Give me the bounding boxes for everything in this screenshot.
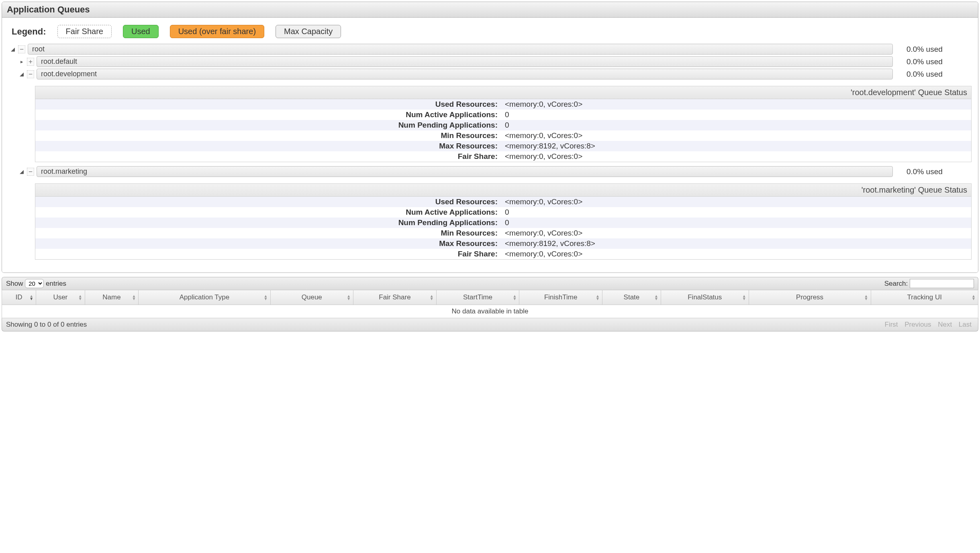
tree-row-root-default: ▸ + root.default 0.0% used xyxy=(19,56,972,67)
status-row: Num Pending Applications:0 xyxy=(35,218,971,228)
drag-handle-icon[interactable]: + xyxy=(27,58,34,66)
col-application-type[interactable]: Application Type▲▼ xyxy=(139,290,270,305)
search-control: Search: xyxy=(884,279,974,288)
col-state[interactable]: State▲▼ xyxy=(602,290,661,305)
datatable-toolbar: Show 20 entries Search: xyxy=(2,277,978,290)
status-key: Num Pending Applications: xyxy=(35,218,503,228)
pager-next[interactable]: Next xyxy=(935,321,954,328)
col-tracking-ui[interactable]: Tracking UI▲▼ xyxy=(871,290,978,305)
pager-previous[interactable]: Previous xyxy=(902,321,933,328)
panel-title: Application Queues xyxy=(2,2,978,18)
status-value: <memory:0, vCores:0> xyxy=(503,151,971,162)
col-queue[interactable]: Queue▲▼ xyxy=(270,290,353,305)
tree-row-root-development: ◢ − root.development 0.0% used xyxy=(19,69,972,79)
collapse-toggle-icon[interactable]: ◢ xyxy=(19,71,24,77)
tree-row-root: ◢ − root 0.0% used xyxy=(10,44,972,55)
table-row: No data available in table xyxy=(2,305,978,318)
sort-icon: ▲▼ xyxy=(264,295,268,300)
search-input[interactable] xyxy=(910,279,974,288)
status-row: Used Resources:<memory:0, vCores:0> xyxy=(35,197,971,207)
status-value: 0 xyxy=(503,218,971,228)
application-queues-panel: Application Queues Legend: Fair Share Us… xyxy=(2,2,978,273)
legend-fair-share: Fair Share xyxy=(57,25,112,38)
status-key: Max Resources: xyxy=(35,238,503,249)
sort-icon: ▲▼ xyxy=(29,295,33,300)
col-progress[interactable]: Progress▲▼ xyxy=(749,290,871,305)
status-value: <memory:0, vCores:0> xyxy=(503,228,971,238)
pager-first[interactable]: First xyxy=(882,321,900,328)
sort-icon: ▲▼ xyxy=(430,295,434,300)
drag-handle-icon[interactable]: − xyxy=(27,168,34,176)
show-label-post: entries xyxy=(46,280,66,287)
status-value: 0 xyxy=(503,110,971,120)
legend-label: Legend: xyxy=(12,26,46,37)
drag-handle-icon[interactable]: − xyxy=(18,45,25,53)
drag-handle-icon[interactable]: − xyxy=(27,70,34,78)
status-row: Fair Share:<memory:0, vCores:0> xyxy=(35,249,971,259)
sort-icon: ▲▼ xyxy=(972,295,976,300)
datatable-footer: Showing 0 to 0 of 0 entries First Previo… xyxy=(2,318,978,331)
queue-bar-root-development[interactable]: root.development xyxy=(37,69,893,79)
status-row: Num Active Applications:0 xyxy=(35,207,971,218)
queue-used-root-marketing: 0.0% used xyxy=(895,167,972,176)
sort-icon: ▲▼ xyxy=(132,295,136,300)
status-key: Used Resources: xyxy=(35,197,503,207)
applications-table: ID▲▼ User▲▼ Name▲▼ Application Type▲▼ Qu… xyxy=(2,290,978,318)
col-name[interactable]: Name▲▼ xyxy=(85,290,139,305)
legend-over-fair-share: Used (over fair share) xyxy=(170,25,264,38)
tree-children: ▸ + root.default 0.0% used ◢ − root.deve… xyxy=(19,56,972,260)
table-info: Showing 0 to 0 of 0 entries xyxy=(6,321,87,329)
queue-tree: ◢ − root 0.0% used ▸ + root.default 0.0%… xyxy=(8,44,972,260)
status-key: Num Active Applications: xyxy=(35,110,503,120)
sort-icon: ▲▼ xyxy=(654,295,658,300)
queue-bar-root[interactable]: root xyxy=(28,44,893,55)
status-row: Min Resources:<memory:0, vCores:0> xyxy=(35,130,971,141)
col-finishtime[interactable]: FinishTime▲▼ xyxy=(519,290,602,305)
expand-toggle-icon[interactable]: ▸ xyxy=(19,59,24,65)
status-value: <memory:8192, vCores:8> xyxy=(503,141,971,151)
status-row: Num Pending Applications:0 xyxy=(35,120,971,130)
status-row: Max Resources:<memory:8192, vCores:8> xyxy=(35,141,971,151)
status-row: Used Resources:<memory:0, vCores:0> xyxy=(35,99,971,110)
status-key: Min Resources: xyxy=(35,130,503,141)
status-row: Max Resources:<memory:8192, vCores:8> xyxy=(35,238,971,249)
legend-max-capacity: Max Capacity xyxy=(276,25,341,38)
queue-used-root-development: 0.0% used xyxy=(895,70,972,79)
length-control: Show 20 entries xyxy=(6,279,66,288)
col-starttime[interactable]: StartTime▲▼ xyxy=(436,290,519,305)
search-label: Search: xyxy=(884,280,908,287)
table-header-row: ID▲▼ User▲▼ Name▲▼ Application Type▲▼ Qu… xyxy=(2,290,978,305)
queue-used-root: 0.0% used xyxy=(895,45,972,54)
status-key: Fair Share: xyxy=(35,151,503,162)
sort-icon: ▲▼ xyxy=(347,295,351,300)
entries-select[interactable]: 20 xyxy=(25,279,44,288)
pager: First Previous Next Last xyxy=(882,321,974,329)
queue-used-root-default: 0.0% used xyxy=(895,57,972,66)
sort-icon: ▲▼ xyxy=(742,295,746,300)
status-row: Min Resources:<memory:0, vCores:0> xyxy=(35,228,971,238)
status-key: Num Pending Applications: xyxy=(35,120,503,130)
status-value: 0 xyxy=(503,207,971,218)
status-row: Fair Share:<memory:0, vCores:0> xyxy=(35,151,971,162)
legend-used: Used xyxy=(123,25,159,38)
col-id[interactable]: ID▲▼ xyxy=(2,290,36,305)
col-finalstatus[interactable]: FinalStatus▲▼ xyxy=(661,290,749,305)
status-value: <memory:0, vCores:0> xyxy=(503,197,971,207)
queue-bar-root-default[interactable]: root.default xyxy=(37,56,893,67)
col-user[interactable]: User▲▼ xyxy=(36,290,85,305)
applications-table-container: Show 20 entries Search: ID▲▼ User▲▼ Name… xyxy=(2,277,978,331)
status-value: <memory:0, vCores:0> xyxy=(503,130,971,141)
sort-icon: ▲▼ xyxy=(596,295,600,300)
pager-last[interactable]: Last xyxy=(956,321,974,328)
col-fair-share[interactable]: Fair Share▲▼ xyxy=(353,290,437,305)
status-key: Max Resources: xyxy=(35,141,503,151)
collapse-toggle-icon[interactable]: ◢ xyxy=(10,46,16,52)
status-key: Fair Share: xyxy=(35,249,503,259)
status-row: Num Active Applications:0 xyxy=(35,110,971,120)
queue-bar-root-marketing[interactable]: root.marketing xyxy=(37,166,893,177)
collapse-toggle-icon[interactable]: ◢ xyxy=(19,169,24,175)
tree-row-root-marketing: ◢ − root.marketing 0.0% used xyxy=(19,166,972,177)
status-key: Used Resources: xyxy=(35,99,503,110)
status-key: Min Resources: xyxy=(35,228,503,238)
status-value: <memory:8192, vCores:8> xyxy=(503,238,971,249)
